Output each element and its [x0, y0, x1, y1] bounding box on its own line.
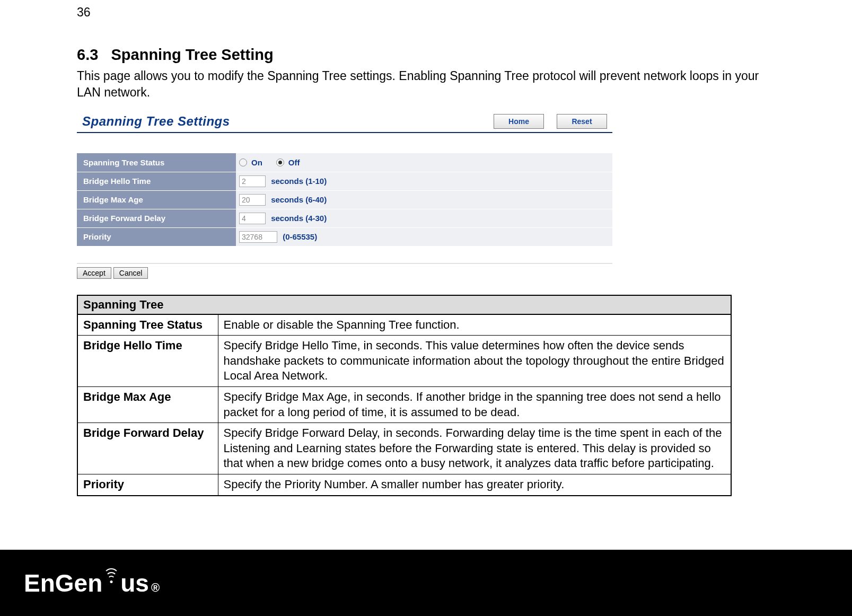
desc-text: Enable or disable the Spanning Tree func…	[218, 314, 731, 336]
desc-text: Specify Bridge Forward Delay, in seconds…	[218, 423, 731, 474]
section-number: 6.3	[77, 46, 98, 63]
panel-title: Spanning Tree Settings	[82, 114, 230, 129]
section-heading: 6.3 Spanning Tree Setting	[77, 46, 775, 64]
forward-delay-input[interactable]	[239, 213, 266, 224]
logo-text-1: EnGen	[24, 569, 102, 597]
settings-screenshot: Spanning Tree Settings Home Reset Spanni…	[77, 114, 612, 279]
max-age-hint: seconds (6-40)	[271, 195, 327, 204]
logo-text-2: us	[120, 569, 149, 597]
engenius-logo: EnGen us ®	[24, 568, 160, 597]
hello-time-hint: seconds (1-10)	[271, 177, 327, 186]
desc-text: Specify Bridge Max Age, in seconds. If a…	[218, 386, 731, 423]
description-table: Spanning Tree Spanning Tree Status Enabl…	[77, 295, 732, 496]
row-label-forward: Bridge Forward Delay	[77, 209, 236, 227]
divider	[77, 262, 612, 264]
reset-button[interactable]: Reset	[557, 114, 607, 129]
row-label-maxage: Bridge Max Age	[77, 190, 236, 209]
wifi-icon	[103, 568, 119, 592]
hello-time-input[interactable]	[239, 175, 266, 187]
settings-form-table: Spanning Tree Status On Off Bridge Hello…	[77, 153, 612, 247]
page-number: 36	[77, 5, 775, 20]
table-row: Bridge Hello Time Specify Bridge Hello T…	[77, 336, 731, 387]
forward-delay-hint: seconds (4-30)	[271, 214, 327, 223]
radio-on-label: On	[251, 158, 262, 167]
registered-mark: ®	[151, 581, 160, 595]
desc-label: Bridge Hello Time	[77, 336, 218, 387]
radio-on[interactable]	[239, 159, 247, 166]
table-row: Bridge Forward Delay Specify Bridge Forw…	[77, 423, 731, 474]
cancel-button[interactable]: Cancel	[113, 267, 148, 279]
desc-label: Spanning Tree Status	[77, 314, 218, 336]
radio-off[interactable]	[276, 159, 284, 166]
accept-button[interactable]: Accept	[77, 267, 111, 279]
row-label-hello: Bridge Hello Time	[77, 172, 236, 190]
row-label-priority: Priority	[77, 227, 236, 246]
priority-hint: (0-65535)	[283, 232, 317, 241]
table-row: Bridge Max Age Specify Bridge Max Age, i…	[77, 386, 731, 423]
table-row: Priority Specify the Priority Number. A …	[77, 474, 731, 495]
desc-table-header: Spanning Tree	[77, 295, 731, 314]
section-title: Spanning Tree Setting	[111, 46, 274, 63]
desc-label: Bridge Forward Delay	[77, 423, 218, 474]
footer: EnGen us ®	[0, 550, 852, 616]
max-age-input[interactable]	[239, 194, 266, 206]
row-label-status: Spanning Tree Status	[77, 153, 236, 172]
desc-label: Bridge Max Age	[77, 386, 218, 423]
desc-text: Specify Bridge Hello Time, in seconds. T…	[218, 336, 731, 387]
section-intro: This page allows you to modify the Spann…	[77, 68, 775, 101]
table-row: Spanning Tree Status Enable or disable t…	[77, 314, 731, 336]
radio-off-label: Off	[288, 158, 300, 167]
desc-label: Priority	[77, 474, 218, 495]
priority-input[interactable]	[239, 231, 277, 243]
home-button[interactable]: Home	[494, 114, 544, 129]
desc-text: Specify the Priority Number. A smaller n…	[218, 474, 731, 495]
